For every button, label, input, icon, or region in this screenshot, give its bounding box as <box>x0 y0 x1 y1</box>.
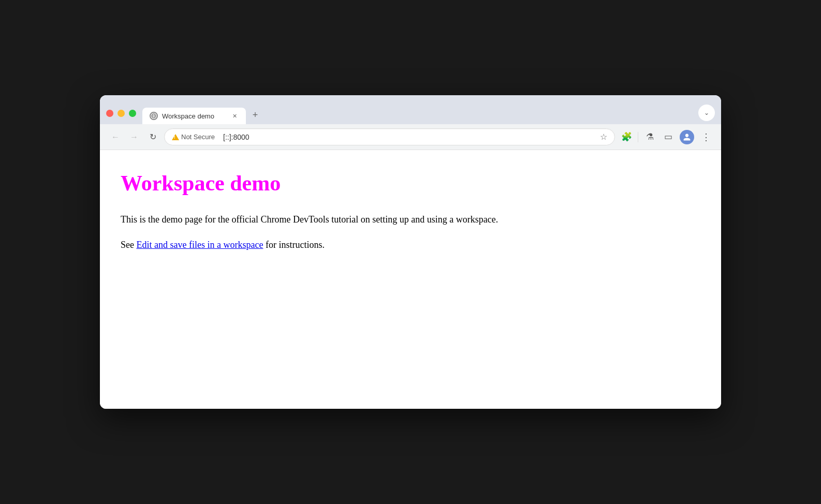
forward-button[interactable]: → <box>127 130 141 144</box>
title-bar: Workspace demo ✕ + ⌄ <box>100 95 721 124</box>
not-secure-label: Not Secure <box>181 133 215 141</box>
link-suffix: for instructions. <box>263 240 325 250</box>
menu-button[interactable]: ⋮ <box>698 130 713 144</box>
flask-icon: ⚗ <box>646 131 654 142</box>
reload-button[interactable]: ↻ <box>145 130 160 144</box>
sidebar-icon: ▭ <box>664 131 672 142</box>
labs-button[interactable]: ⚗ <box>642 130 657 144</box>
workspace-link[interactable]: Edit and save files in a workspace <box>137 240 263 250</box>
tab-favicon-icon <box>150 112 158 120</box>
maximize-button[interactable] <box>129 110 136 117</box>
browser-window: Workspace demo ✕ + ⌄ ← → ↻ Not Secure <box>100 95 721 409</box>
url-text: [::]:8000 <box>223 133 596 141</box>
profile-button[interactable] <box>680 130 694 144</box>
chevron-down-icon: ⌄ <box>704 109 709 116</box>
minimize-button[interactable] <box>118 110 125 117</box>
tab-close-button[interactable]: ✕ <box>230 112 239 120</box>
new-tab-button[interactable]: + <box>248 108 262 122</box>
sidebar-button[interactable]: ▭ <box>661 130 676 144</box>
forward-icon: → <box>130 132 138 142</box>
bookmark-button[interactable]: ☆ <box>600 132 607 142</box>
extensions-button[interactable]: 🧩 <box>619 130 634 144</box>
page-content: Workspace demo This is the demo page for… <box>100 150 721 409</box>
link-prefix: See <box>121 240 137 250</box>
traffic-lights <box>106 110 136 124</box>
page-heading: Workspace demo <box>121 171 700 196</box>
address-bar: ← → ↻ Not Secure [::]:8000 ☆ 🧩 ⚗ <box>100 124 721 150</box>
close-button[interactable] <box>106 110 113 117</box>
tab-menu-button[interactable]: ⌄ <box>698 105 715 121</box>
back-button[interactable]: ← <box>108 130 123 144</box>
warning-icon <box>172 134 179 141</box>
puzzle-icon: 🧩 <box>621 131 632 142</box>
url-bar[interactable]: Not Secure [::]:8000 ☆ <box>164 128 615 145</box>
more-vert-icon: ⋮ <box>701 131 710 143</box>
toolbar-separator <box>638 132 638 142</box>
person-icon <box>683 133 691 141</box>
page-link-line: See Edit and save files in a workspace f… <box>121 238 700 253</box>
reload-icon: ↻ <box>150 132 156 142</box>
tab-title: Workspace demo <box>162 112 226 120</box>
not-secure-badge: Not Secure <box>172 133 215 141</box>
active-tab[interactable]: Workspace demo ✕ <box>142 108 246 124</box>
page-body-text: This is the demo page for the official C… <box>121 212 700 227</box>
back-icon: ← <box>111 132 120 142</box>
